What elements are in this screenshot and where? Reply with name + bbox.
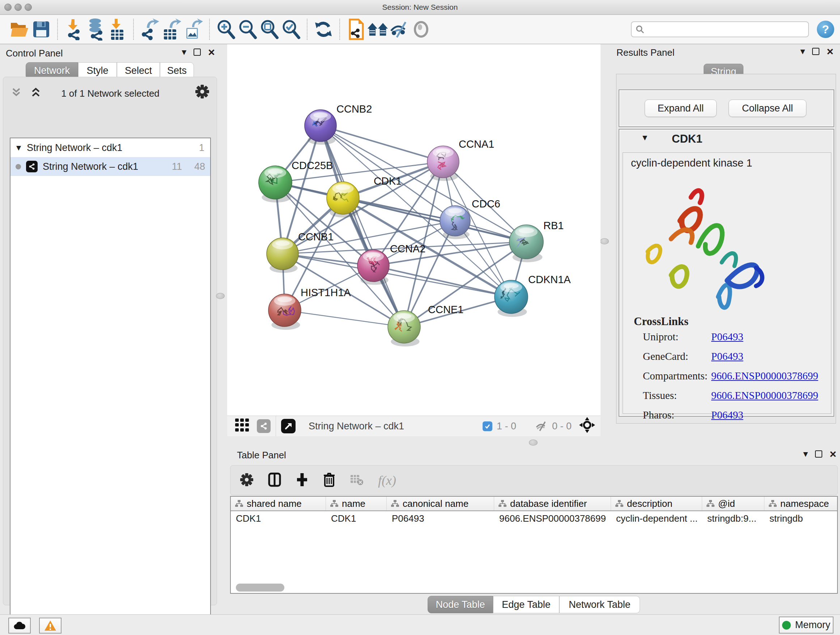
export-image-icon[interactable] xyxy=(182,18,204,41)
crosslink-link[interactable]: 9606.ENSP00000378699 xyxy=(711,390,818,402)
warning-button[interactable] xyxy=(39,618,62,633)
add-column-icon[interactable] xyxy=(295,472,309,488)
help-button[interactable]: ? xyxy=(817,21,834,38)
refresh-icon[interactable] xyxy=(313,18,334,41)
crosslink-label: Compartments: xyxy=(643,370,707,382)
expand-all-button[interactable]: Expand All xyxy=(645,100,717,117)
bottom-splitter-handle[interactable] xyxy=(529,440,538,446)
zoom-in-icon[interactable] xyxy=(215,18,237,41)
import-network-database-icon[interactable] xyxy=(85,18,106,41)
tab-edge-table[interactable]: Edge Table xyxy=(493,596,559,613)
memory-status-dot-icon xyxy=(782,621,791,630)
right-splitter-handle[interactable] xyxy=(600,238,609,244)
network-options-gear-icon[interactable] xyxy=(195,84,210,100)
selected-checkbox-icon[interactable] xyxy=(483,421,493,431)
column-header-name[interactable]: name xyxy=(326,497,387,510)
gene-section-expand-icon[interactable]: ▼ xyxy=(643,134,647,141)
column-header-namespace[interactable]: namespace xyxy=(764,497,838,510)
search-box[interactable] xyxy=(631,21,809,37)
help-label: ? xyxy=(822,23,829,36)
collapse-all-button[interactable]: Collapse All xyxy=(729,100,806,117)
svg-text:CCNA1: CCNA1 xyxy=(459,138,494,150)
svg-text:HIST1H1A: HIST1H1A xyxy=(301,287,351,298)
panel-menu-icon[interactable]: ▼ xyxy=(803,450,808,458)
zoom-selected-icon[interactable] xyxy=(280,18,302,41)
home-networks-icon[interactable] xyxy=(367,18,388,41)
collection-expand-icon[interactable]: ▼ xyxy=(16,144,21,151)
network-edge-count: 48 xyxy=(194,161,205,172)
column-header-shared-name[interactable]: shared name xyxy=(231,497,326,510)
left-splitter-handle[interactable] xyxy=(216,293,225,299)
window-title: Session: New Session xyxy=(0,0,840,14)
table-panel-title: Table Panel xyxy=(237,450,286,461)
network-collection-row[interactable]: ▼ String Network – cdk1 1 xyxy=(11,138,210,157)
horizontal-scrollbar[interactable] xyxy=(236,584,284,592)
network-view-toolbar: String Network – cdk1 1 - 0 0 - 0 xyxy=(227,416,600,436)
column-header-database-identifier[interactable]: database identifier xyxy=(494,497,611,510)
tab-node-table[interactable]: Node Table xyxy=(428,596,493,613)
table-cell: P06493 xyxy=(387,511,494,526)
selected-count: 1 - 0 xyxy=(497,421,516,432)
table-cell: CDK1 xyxy=(326,511,387,526)
zoom-out-icon[interactable] xyxy=(237,18,258,41)
delete-table-icon[interactable] xyxy=(350,473,363,487)
table-cell: stringdb:9... xyxy=(702,511,764,526)
column-header-canonical-name[interactable]: canonical name xyxy=(387,497,494,510)
memory-button[interactable]: Memory xyxy=(779,616,834,633)
collection-count: 1 xyxy=(199,142,204,154)
eye-icon[interactable] xyxy=(410,18,432,41)
tab-network-table[interactable]: Network Table xyxy=(559,596,640,613)
export-network-icon[interactable] xyxy=(139,18,161,41)
network-share-view-icon[interactable] xyxy=(257,419,271,433)
panel-menu-icon[interactable]: ▼ xyxy=(800,48,805,55)
birds-eye-view-icon[interactable] xyxy=(579,417,595,436)
panel-float-icon[interactable] xyxy=(812,48,819,55)
hidden-eye-slash-icon[interactable] xyxy=(535,421,548,432)
table-panel: Table Panel ▼ × f(x) shared n xyxy=(227,446,840,614)
status-bar: Memory xyxy=(0,614,840,635)
crosslink-link[interactable]: P06493 xyxy=(711,409,744,421)
save-session-icon[interactable] xyxy=(30,18,52,41)
crosslink-link[interactable]: P06493 xyxy=(711,350,744,363)
search-input[interactable] xyxy=(645,24,798,35)
toolbar-separator xyxy=(339,19,340,40)
open-session-icon[interactable] xyxy=(9,18,30,41)
panel-close-icon[interactable]: × xyxy=(208,49,215,56)
network-graph[interactable]: CCNB2CCNA1CDC25BCDK1CDC6RB1CCNB1CCNA2CDK… xyxy=(227,44,600,416)
panel-close-icon[interactable]: × xyxy=(829,450,836,458)
string-results-box: Expand All Collapse All ▼ CDK1 cyclin-de… xyxy=(616,74,836,424)
panel-float-icon[interactable] xyxy=(194,49,201,56)
table-tabs: Node TableEdge TableNetwork Table xyxy=(428,596,640,613)
hide-glasses-icon[interactable] xyxy=(388,18,410,41)
network-view-title: String Network – cdk1 xyxy=(309,421,404,432)
table-settings-gear-icon[interactable] xyxy=(240,473,254,488)
crosslink-link[interactable]: 9606.ENSP00000378699 xyxy=(711,370,818,382)
table-row[interactable]: CDK1CDK1P064939606.ENSP00000378699cyclin… xyxy=(231,511,837,526)
panel-menu-icon[interactable]: ▼ xyxy=(182,49,186,56)
zoom-fit-icon[interactable] xyxy=(258,18,280,41)
export-table-icon[interactable] xyxy=(161,18,182,41)
network-canvas[interactable]: CCNB2CCNA1CDC25BCDK1CDC6RB1CCNB1CCNA2CDK… xyxy=(227,44,600,416)
panel-float-icon[interactable] xyxy=(815,450,822,458)
show-columns-icon[interactable] xyxy=(268,472,281,488)
string-network-icon xyxy=(26,161,38,172)
import-table-icon[interactable] xyxy=(106,18,128,41)
node-table[interactable]: shared namenamecanonical namedatabase id… xyxy=(230,496,838,594)
open-in-new-window-icon[interactable] xyxy=(281,419,295,433)
cloud-button[interactable] xyxy=(8,618,31,633)
delete-column-icon[interactable] xyxy=(323,472,335,488)
function-builder-icon[interactable]: f(x) xyxy=(378,473,396,488)
string-file-import-icon[interactable] xyxy=(345,18,367,41)
warning-icon xyxy=(44,620,57,631)
network-row[interactable]: String Network – cdk1 11 48 xyxy=(11,157,210,176)
table-cell: cyclin-dependent ... xyxy=(611,511,702,526)
toolbar-separator xyxy=(276,416,276,436)
crosslinks-title: CrossLinks xyxy=(634,315,688,328)
panel-close-icon[interactable]: × xyxy=(827,48,834,55)
column-header-description[interactable]: description xyxy=(611,497,702,510)
svg-text:CCNE1: CCNE1 xyxy=(428,304,463,315)
grid-view-icon[interactable] xyxy=(234,417,250,435)
column-header-@id[interactable]: @id xyxy=(702,497,764,510)
import-network-file-icon[interactable] xyxy=(63,18,85,41)
crosslink-link[interactable]: P06493 xyxy=(711,331,744,343)
